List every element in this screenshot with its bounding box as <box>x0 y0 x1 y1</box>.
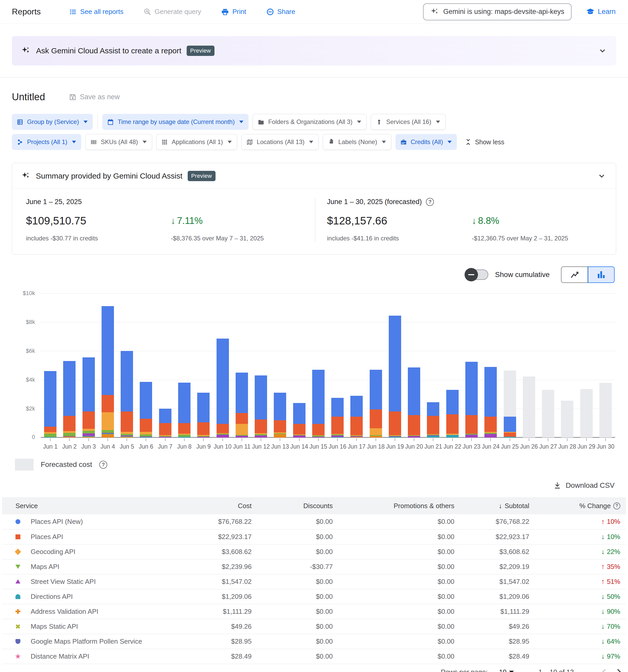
col-discounts[interactable]: Discounts <box>252 497 333 514</box>
bar-jun-16[interactable] <box>331 398 344 437</box>
locations-chip[interactable]: Locations (All 13) <box>241 134 319 150</box>
discounts-value: $0.00 <box>252 634 333 649</box>
bar-jun-15[interactable] <box>312 370 325 437</box>
bar-chart-button[interactable] <box>588 266 614 283</box>
change-percent: 10% <box>607 533 620 541</box>
download-csv-button[interactable]: Download CSV <box>553 481 614 489</box>
learn-button[interactable]: Learn <box>586 7 615 16</box>
bar-jun-5[interactable] <box>121 351 133 437</box>
segment-directions <box>178 437 190 437</box>
bar-jun-27[interactable] <box>542 390 554 437</box>
x-label-jun-1: Jun 1 <box>41 438 60 450</box>
calendar-icon <box>107 119 114 125</box>
table-row[interactable]: Maps Static API$49.26$0.00$0.00$49.26↓70… <box>2 619 626 634</box>
applications-chip[interactable]: Applications (All 1) <box>156 134 237 150</box>
table-row[interactable]: Maps API$2,239.96-$30.77$0.00$2,209.19↑3… <box>2 559 626 574</box>
table-row[interactable]: Address Validation API$1,111.29$0.00$0.0… <box>2 604 626 619</box>
chevron-down-icon[interactable] <box>597 172 606 181</box>
skus-chip[interactable]: SKUs (All 48) <box>85 134 152 150</box>
bar-jun-21[interactable] <box>427 402 439 437</box>
bar-jun-19[interactable] <box>389 316 401 437</box>
table-row[interactable]: Directions API$1,209.06$0.00$0.00$1,209.… <box>2 589 626 604</box>
line-chart-button[interactable] <box>561 266 588 283</box>
bar-slot <box>98 293 117 437</box>
previous-page-button[interactable] <box>597 665 611 672</box>
col-promotions[interactable]: Promotions & others <box>333 497 455 514</box>
segment-street <box>465 435 478 437</box>
labels-chip[interactable]: Labels (None) <box>323 134 391 150</box>
help-icon[interactable]: ? <box>99 461 107 469</box>
bar-jun-22[interactable] <box>446 390 459 437</box>
bar-jun-29[interactable] <box>580 389 593 437</box>
bar-jun-9[interactable] <box>197 393 210 437</box>
generate-query-button[interactable]: Generate query <box>144 8 201 16</box>
bar-slot <box>79 293 98 437</box>
col-service[interactable]: Service <box>2 497 174 514</box>
bar-jun-12[interactable] <box>255 376 267 437</box>
discounts-value: $0.00 <box>252 514 333 529</box>
x-label-jun-15: Jun 15 <box>309 438 328 450</box>
cost-value: $22,923.17 <box>174 529 252 544</box>
save-as-new-button[interactable]: Save as new <box>69 93 120 101</box>
subtotal-value: $76,768.22 <box>455 514 529 529</box>
bar-jun-25[interactable] <box>504 370 516 437</box>
projects-chip[interactable]: Projects (All 1) <box>12 134 81 150</box>
share-button[interactable]: Share <box>266 8 295 16</box>
bar-jun-7[interactable] <box>159 409 171 437</box>
table-row[interactable]: Geocoding API$3,608.62$0.00$0.00$3,608.6… <box>2 544 626 559</box>
table-row[interactable]: Places API (New)$76,768.22$0.00$0.00$76,… <box>2 514 626 529</box>
bar-jun-13[interactable] <box>274 393 286 437</box>
next-page-button[interactable] <box>611 665 626 672</box>
table-row[interactable]: Distance Matrix API$28.49$0.00$0.00$28.4… <box>2 649 626 664</box>
cost-value: $76,768.22 <box>174 514 252 529</box>
see-all-reports-button[interactable]: See all reports <box>69 8 123 16</box>
print-button[interactable]: Print <box>221 8 246 16</box>
bar-jun-8[interactable] <box>178 383 190 437</box>
col-change[interactable]: % Change? <box>529 497 626 514</box>
bar-jun-11[interactable] <box>236 373 248 437</box>
show-less-button[interactable]: Show less <box>465 138 504 146</box>
col-subtotal[interactable]: ↓Subtotal <box>455 497 529 514</box>
col-cost[interactable]: Cost <box>174 497 252 514</box>
chart-type-switcher <box>561 266 614 283</box>
help-icon[interactable]: ? <box>613 502 620 509</box>
bar-jun-10[interactable] <box>216 339 229 437</box>
bar-jun-23[interactable] <box>465 362 478 437</box>
bar-jun-2[interactable] <box>63 361 75 437</box>
credits-chip[interactable]: Credits (All) <box>395 134 457 150</box>
bar-jun-3[interactable] <box>83 357 95 437</box>
cost-table: Service Cost Discounts Promotions & othe… <box>2 497 626 664</box>
bar-jun-28[interactable] <box>561 401 573 437</box>
chevron-down-icon[interactable] <box>598 46 607 55</box>
x-tick <box>510 438 510 441</box>
table-row[interactable]: Street View Static API$1,547.02$0.00$0.0… <box>2 574 626 589</box>
toggle-track[interactable] <box>466 269 488 280</box>
segment-places_new <box>408 367 420 415</box>
time-range-chip[interactable]: Time range by usage date (Current month) <box>102 114 249 130</box>
bar-jun-18[interactable] <box>370 370 382 437</box>
bar-jun-30[interactable] <box>599 383 612 437</box>
services-chip[interactable]: Services (All 16) <box>371 114 445 130</box>
segment-forecast <box>504 370 516 417</box>
x-label-jun-21: Jun 21 <box>423 438 443 450</box>
bar-jun-6[interactable] <box>140 382 152 437</box>
group-by-chip[interactable]: Group by (Service) <box>12 114 93 130</box>
x-label-jun-19: Jun 19 <box>386 438 404 450</box>
bar-jun-4[interactable] <box>101 306 114 437</box>
bar-jun-14[interactable] <box>293 403 305 437</box>
show-cumulative-toggle[interactable]: Show cumulative <box>466 269 550 280</box>
bar-slot <box>289 293 308 437</box>
bar-jun-24[interactable] <box>484 367 497 437</box>
bar-jun-17[interactable] <box>350 396 363 437</box>
bar-jun-1[interactable] <box>44 371 56 437</box>
bar-jun-20[interactable] <box>408 367 420 437</box>
gemini-banner[interactable]: Ask Gemini Cloud Assist to create a repo… <box>12 36 616 66</box>
table-row[interactable]: Places API$22,923.17$0.00$0.00$22,923.17… <box>2 529 626 544</box>
rows-per-page-label: Rows per page: <box>441 668 488 672</box>
table-row[interactable]: Google Maps Platform Pollen Service$28.9… <box>2 634 626 649</box>
gemini-context-pill[interactable]: Gemini is using: maps-devsite-api-keys <box>423 3 572 20</box>
rows-per-page-select[interactable]: 10 <box>499 668 514 672</box>
help-icon[interactable]: ? <box>426 198 434 206</box>
folders-organizations-chip[interactable]: Folders & Organizations (All 3) <box>253 114 367 130</box>
bar-jun-26[interactable] <box>523 377 535 437</box>
